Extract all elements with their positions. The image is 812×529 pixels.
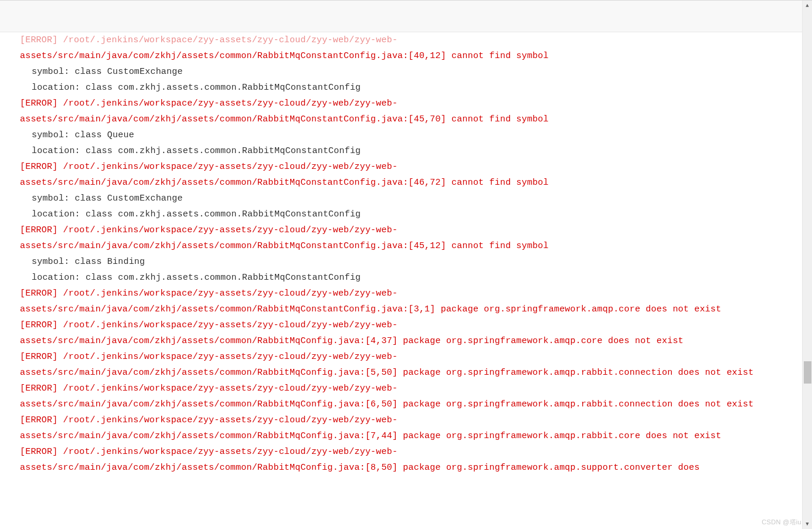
scroll-up-button[interactable]: ▲ (803, 1, 813, 11)
scroll-down-button[interactable]: ▼ (803, 519, 813, 529)
error-line: assets/src/main/java/com/zkhj/assets/com… (20, 460, 764, 476)
chevron-down-icon: ▼ (806, 521, 808, 527)
error-detail-line: symbol: class Binding (20, 254, 764, 270)
error-line: assets/src/main/java/com/zkhj/assets/com… (20, 428, 764, 444)
error-line: [ERROR] /root/.jenkins/workspace/zyy-ass… (20, 381, 764, 396)
error-detail-line: location: class com.zkhj.assets.common.R… (20, 80, 764, 96)
error-detail-line: symbol: class CustomExchange (20, 64, 764, 80)
error-detail-line: location: class com.zkhj.assets.common.R… (20, 143, 764, 159)
scrollbar-thumb[interactable] (804, 361, 811, 384)
error-line: [ERROR] /root/.jenkins/workspace/zyy-ass… (20, 317, 764, 333)
error-line: [ERROR] /root/.jenkins/workspace/zyy-ass… (20, 444, 764, 460)
error-line: [ERROR] /root/.jenkins/workspace/zyy-ass… (20, 412, 764, 428)
error-detail-line: symbol: class CustomExchange (20, 191, 764, 206)
error-detail-line: location: class com.zkhj.assets.common.R… (20, 270, 764, 286)
error-detail-line: symbol: class Queue (20, 127, 764, 143)
chevron-up-icon: ▲ (806, 3, 808, 9)
error-line: assets/src/main/java/com/zkhj/assets/com… (20, 175, 764, 191)
top-whitespace-strip (0, 1, 812, 32)
truncated-top-line: [ERROR] /root/.jenkins/workspace/zyy-ass… (20, 32, 764, 48)
error-line: [ERROR] /root/.jenkins/workspace/zyy-ass… (20, 222, 764, 238)
watermark: CSDN @塔iu (762, 518, 801, 527)
error-line: assets/src/main/java/com/zkhj/assets/com… (20, 301, 764, 317)
error-line: [ERROR] /root/.jenkins/workspace/zyy-ass… (20, 286, 764, 301)
browser-viewport: [ERROR] /root/.jenkins/workspace/zyy-ass… (0, 0, 812, 529)
error-detail-line: location: class com.zkhj.assets.common.R… (20, 206, 764, 222)
error-line: assets/src/main/java/com/zkhj/assets/com… (20, 111, 764, 127)
error-line: assets/src/main/java/com/zkhj/assets/com… (20, 48, 764, 64)
vertical-scrollbar[interactable]: ▲ ▼ (802, 1, 812, 529)
build-log: [ERROR] /root/.jenkins/workspace/zyy-ass… (0, 32, 784, 476)
error-line: assets/src/main/java/com/zkhj/assets/com… (20, 333, 764, 349)
error-line: assets/src/main/java/com/zkhj/assets/com… (20, 396, 764, 412)
error-line: [ERROR] /root/.jenkins/workspace/zyy-ass… (20, 96, 764, 111)
error-line: assets/src/main/java/com/zkhj/assets/com… (20, 238, 764, 254)
error-line: [ERROR] /root/.jenkins/workspace/zyy-ass… (20, 159, 764, 175)
error-line: assets/src/main/java/com/zkhj/assets/com… (20, 365, 764, 381)
log-content-region[interactable]: [ERROR] /root/.jenkins/workspace/zyy-ass… (0, 32, 784, 529)
error-line: [ERROR] /root/.jenkins/workspace/zyy-ass… (20, 349, 764, 365)
scrollbar-track[interactable] (803, 11, 813, 519)
